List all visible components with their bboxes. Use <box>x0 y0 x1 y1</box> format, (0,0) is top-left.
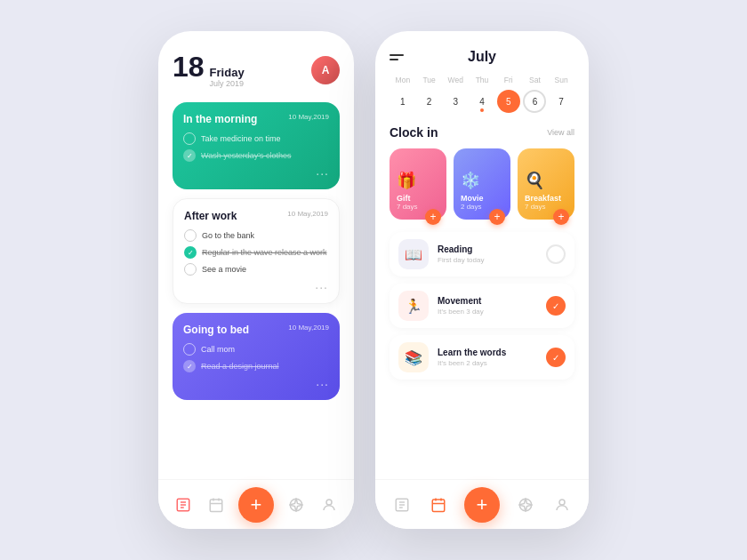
add-button[interactable]: + <box>238 487 274 523</box>
cal-date-1[interactable]: 1 <box>390 90 416 113</box>
nav-icon-profile[interactable] <box>319 495 339 515</box>
task-text: Take medicine on time <box>201 134 281 143</box>
task-item: Take medicine on time <box>183 132 329 145</box>
right-phone-header: July <box>390 49 574 65</box>
task-text-done: Regular in the wave release a work <box>202 248 327 257</box>
cal-date-7[interactable]: 7 <box>548 90 574 113</box>
svg-point-21 <box>559 500 565 505</box>
add-button-r[interactable]: + <box>464 487 500 523</box>
gift-icon: 🎁 <box>397 171 439 190</box>
cal-date-5-active[interactable]: 5 <box>497 90 520 113</box>
habit-words-info: Learn the words It's been 2 days <box>438 348 537 367</box>
task-checkbox[interactable] <box>184 229 197 242</box>
nav-icon-calendar-r[interactable] <box>429 495 448 515</box>
task-text: Call mom <box>201 345 235 354</box>
cal-day-fri: Fri <box>495 76 522 84</box>
habit-words-check[interactable]: ✓ <box>546 348 566 367</box>
right-bottom-nav: + <box>375 479 589 529</box>
task-checkbox[interactable] <box>183 132 196 145</box>
habit-movement: 🏃 Movement It's been 3 day ✓ <box>390 284 574 328</box>
morning-card-header: In the morning 10 May,2019 <box>183 113 329 125</box>
words-icon: 📚 <box>405 349 422 366</box>
month-title: July <box>468 49 496 65</box>
view-all-link[interactable]: View all <box>547 128 574 137</box>
date-year: July 2019 <box>210 79 245 88</box>
bedtime-card-header: Going to bed 10 May,2019 <box>183 324 329 336</box>
movement-icon: 🏃 <box>405 298 422 315</box>
hamburger-line <box>390 59 398 60</box>
more-dots-icon[interactable]: ··· <box>316 377 329 391</box>
task-item: Regular in the wave release a work <box>184 246 328 259</box>
task-item: Wash yesterday's clothes <box>183 149 329 162</box>
morning-card-date: 10 May,2019 <box>288 113 329 121</box>
task-item: Read a design journal <box>183 360 329 372</box>
date-number: 18 <box>173 52 205 81</box>
hamburger-icon[interactable] <box>390 54 404 60</box>
card-footer: ··· <box>184 280 328 294</box>
left-bottom-nav: + <box>158 479 354 529</box>
clock-card-add-movie[interactable]: + <box>489 209 505 225</box>
task-checkbox-checked[interactable] <box>183 149 196 162</box>
task-checkbox[interactable] <box>183 343 196 356</box>
clock-card-add-breakfast[interactable]: + <box>553 209 569 225</box>
cal-date-6-ring[interactable]: 6 <box>523 90 546 113</box>
cal-date-2[interactable]: 2 <box>416 90 443 113</box>
afterwork-card: After work 10 May,2019 Go to the bank Re… <box>173 198 340 304</box>
clock-cards-row: 🎁 Gift 7 days + ❄️ Movie 2 days + 🍳 Brea… <box>390 148 574 220</box>
task-checkbox-checked[interactable] <box>183 360 196 372</box>
task-item: Go to the bank <box>184 229 328 242</box>
words-icon-wrap: 📚 <box>398 342 429 372</box>
calendar: Mon Tue Wed Thu Fri Sat Sun 1 2 3 4 5 6 … <box>390 76 574 113</box>
task-checkbox[interactable] <box>184 263 197 276</box>
nav-icon-compass-r[interactable] <box>516 495 535 515</box>
nav-icon-profile-r[interactable] <box>552 495 572 515</box>
habit-words-sub: It's been 2 days <box>438 359 537 367</box>
habit-reading-info: Reading First day today <box>438 244 537 264</box>
morning-card-title: In the morning <box>183 113 257 125</box>
movie-icon: ❄️ <box>461 171 503 190</box>
task-text: Go to the bank <box>202 231 254 240</box>
task-text-done: Read a design journal <box>201 362 279 371</box>
nav-icon-tasks[interactable] <box>173 495 193 515</box>
cal-day-mon: Mon <box>390 76 416 84</box>
clock-card-movie[interactable]: ❄️ Movie 2 days + <box>454 148 510 220</box>
cal-day-wed: Wed <box>442 76 469 84</box>
more-dots-icon[interactable]: ··· <box>315 280 328 294</box>
cal-day-tue: Tue <box>416 76 443 84</box>
nav-icon-calendar[interactable] <box>206 495 226 515</box>
habit-words-name: Learn the words <box>438 348 537 357</box>
breakfast-icon: 🍳 <box>525 171 567 190</box>
cal-day-sat: Sat <box>522 76 549 84</box>
bedtime-card-date: 10 May,2019 <box>288 324 329 332</box>
task-item: See a movie <box>184 263 328 276</box>
hamburger-line <box>390 54 404 56</box>
bedtime-card-title: Going to bed <box>183 324 249 336</box>
habit-reading-check[interactable] <box>546 244 566 264</box>
task-checkbox-checked[interactable] <box>184 246 197 259</box>
date-sub: Friday July 2019 <box>210 66 245 88</box>
clock-in-title: Clock in <box>390 125 438 140</box>
more-dots-icon[interactable]: ··· <box>316 166 329 180</box>
clock-in-header: Clock in View all <box>390 125 574 140</box>
cal-day-sun: Sun <box>548 76 574 84</box>
habit-movement-check[interactable]: ✓ <box>546 296 566 316</box>
cal-date-3[interactable]: 3 <box>442 90 469 113</box>
morning-card: In the morning 10 May,2019 Take medicine… <box>173 102 340 189</box>
right-phone: July Mon Tue Wed Thu Fri Sat Sun 1 2 3 4… <box>375 31 589 529</box>
reading-icon: 📖 <box>405 246 422 263</box>
svg-rect-4 <box>210 500 222 512</box>
clock-card-breakfast-label: Breakfast <box>525 194 567 203</box>
cal-date-4[interactable]: 4 <box>469 90 495 113</box>
svg-point-10 <box>326 500 332 505</box>
clock-card-add-gift[interactable]: + <box>425 209 441 225</box>
clock-card-gift[interactable]: 🎁 Gift 7 days + <box>390 148 446 220</box>
avatar[interactable]: A <box>311 56 340 84</box>
task-text: See a movie <box>202 265 246 274</box>
nav-icon-compass[interactable] <box>286 495 306 515</box>
clock-card-gift-label: Gift <box>397 194 439 203</box>
nav-icon-tasks-r[interactable] <box>392 495 412 515</box>
clock-card-breakfast[interactable]: 🍳 Breakfast 7 days + <box>518 148 574 220</box>
afterwork-card-title: After work <box>184 210 237 222</box>
left-phone: 18 Friday July 2019 A In the morning 10 … <box>158 31 354 529</box>
habit-reading-name: Reading <box>438 244 537 254</box>
